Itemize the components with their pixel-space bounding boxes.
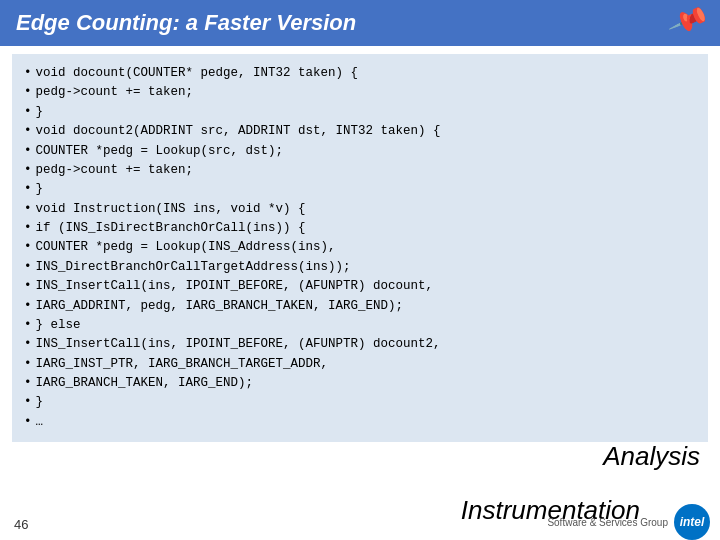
code-text: … (36, 413, 44, 432)
code-line: • pedg->count += taken; (24, 161, 696, 180)
bullet: • (24, 277, 32, 296)
title-bar: Edge Counting: a Faster Version (0, 0, 720, 46)
code-text: void docount2(ADDRINT src, ADDRINT dst, … (36, 122, 441, 141)
code-text: void Instruction(INS ins, void *v) { (36, 200, 306, 219)
code-text: IARG_INST_PTR, IARG_BRANCH_TARGET_ADDR, (36, 355, 329, 374)
bullet: • (24, 413, 32, 432)
code-line: • if (INS_IsDirectBranchOrCall(ins)) { (24, 219, 696, 238)
bullet: • (24, 393, 32, 412)
code-text: pedg->count += taken; (36, 161, 194, 180)
software-services-label: Software & Services Group (547, 516, 668, 529)
code-line: • IARG_INST_PTR, IARG_BRANCH_TARGET_ADDR… (24, 355, 696, 374)
code-text: INS_InsertCall(ins, IPOINT_BEFORE, (AFUN… (36, 335, 441, 354)
code-text: } (36, 103, 44, 122)
code-text: pedg->count += taken; (36, 83, 194, 102)
bullet: • (24, 200, 32, 219)
slide-title: Edge Counting: a Faster Version (16, 10, 356, 36)
code-text: void docount(COUNTER* pedge, INT32 taken… (36, 64, 359, 83)
code-line: •void docount(COUNTER* pedge, INT32 take… (24, 64, 696, 83)
bullet: • (24, 64, 32, 83)
bullet: • (24, 355, 32, 374)
code-line: • IARG_BRANCH_TAKEN, IARG_END); (24, 374, 696, 393)
code-line: •… (24, 413, 696, 432)
code-line: •} (24, 393, 696, 412)
code-line: • INS_InsertCall(ins, IPOINT_BEFORE, (AF… (24, 335, 696, 354)
bullet: • (24, 122, 32, 141)
footer: 46 Software & Services Group intel (0, 504, 720, 540)
code-text: } (36, 180, 44, 199)
code-line: • pedg->count += taken; (24, 83, 696, 102)
bullet: • (24, 83, 32, 102)
code-text: } (36, 393, 44, 412)
bullet: • (24, 335, 32, 354)
bullet: • (24, 180, 32, 199)
code-text: if (INS_IsDirectBranchOrCall(ins)) { (36, 219, 306, 238)
intel-badge: Software & Services Group intel (547, 504, 710, 540)
code-area: •void docount(COUNTER* pedge, INT32 take… (12, 54, 708, 442)
code-text: COUNTER *pedg = Lookup(src, dst); (36, 142, 284, 161)
intel-logo: intel (674, 504, 710, 540)
code-text: IARG_ADDRINT, pedg, IARG_BRANCH_TAKEN, I… (36, 297, 404, 316)
code-text: INS_DirectBranchOrCallTargetAddress(ins)… (36, 258, 351, 277)
bullet: • (24, 161, 32, 180)
code-line: •void docount2(ADDRINT src, ADDRINT dst,… (24, 122, 696, 141)
slide: Edge Counting: a Faster Version 📌 •void … (0, 0, 720, 540)
bullet: • (24, 374, 32, 393)
bullet: • (24, 238, 32, 257)
code-line: •void Instruction(INS ins, void *v) { (24, 200, 696, 219)
code-line: • INS_InsertCall(ins, IPOINT_BEFORE, (AF… (24, 277, 696, 296)
code-line: •} (24, 180, 696, 199)
analysis-label: Analysis (603, 441, 700, 472)
bullet: • (24, 142, 32, 161)
bullet: • (24, 316, 32, 335)
code-text: COUNTER *pedg = Lookup(INS_Address(ins), (36, 238, 336, 257)
code-text: } else (36, 316, 81, 335)
code-line: • IARG_ADDRINT, pedg, IARG_BRANCH_TAKEN,… (24, 297, 696, 316)
page-number: 46 (14, 517, 28, 532)
bullet: • (24, 297, 32, 316)
code-line: • INS_DirectBranchOrCallTargetAddress(in… (24, 258, 696, 277)
bullet: • (24, 219, 32, 238)
code-line: •} (24, 103, 696, 122)
bullet: • (24, 258, 32, 277)
code-line: • COUNTER *pedg = Lookup(src, dst); (24, 142, 696, 161)
bullet: • (24, 103, 32, 122)
code-line: • COUNTER *pedg = Lookup(INS_Address(ins… (24, 238, 696, 257)
code-text: IARG_BRANCH_TAKEN, IARG_END); (36, 374, 254, 393)
code-line: • } else (24, 316, 696, 335)
code-text: INS_InsertCall(ins, IPOINT_BEFORE, (AFUN… (36, 277, 434, 296)
